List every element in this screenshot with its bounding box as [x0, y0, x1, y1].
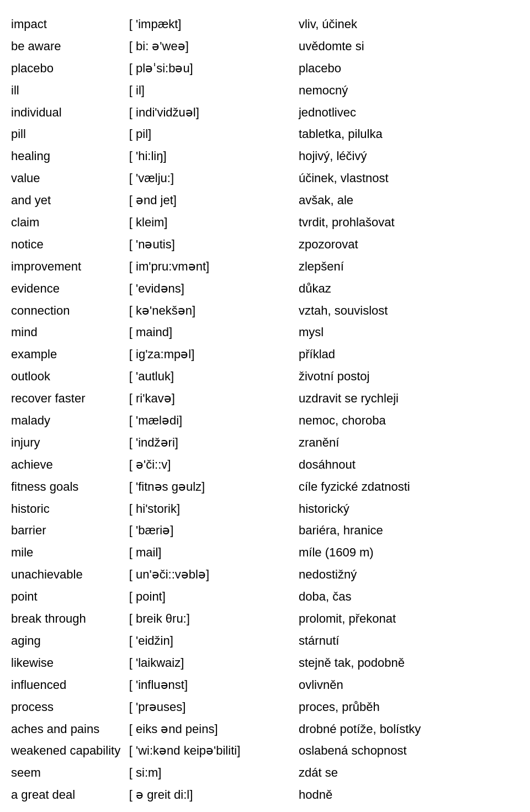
table-row: be aware[ bi: ə'weə]uvědomte si — [11, 35, 519, 57]
table-row: and yet[ ənd jet]avšak, ale — [11, 189, 519, 211]
translation-cell: zlepšení — [299, 256, 519, 278]
translation-cell: zdát se — [299, 762, 519, 784]
translation-cell: bariéra, hranice — [299, 519, 519, 542]
phonetic-cell: [ 'bæriə] — [129, 519, 299, 542]
word-cell: pill — [11, 123, 129, 145]
phonetic-cell: [ indi'vidžuəl] — [129, 102, 299, 124]
table-row: process[ 'prəuses]proces, průběh — [11, 696, 519, 718]
table-row: example[ ig'za:mpəl]příklad — [11, 343, 519, 365]
phonetic-cell: [ im'pru:vmənt] — [129, 256, 299, 278]
word-cell: healing — [11, 145, 129, 167]
translation-cell: placebo — [299, 57, 519, 79]
phonetic-cell: [ 'wi:kənd keipə'biliti] — [129, 740, 299, 762]
word-cell: individual — [11, 102, 129, 124]
translation-cell: hodně — [299, 784, 519, 806]
translation-cell: cíle fyzické zdatnosti — [299, 476, 519, 498]
phonetic-cell: [ 'laikwaiz] — [129, 652, 299, 674]
table-row: aches and pains[ eiks ənd peins]drobné p… — [11, 718, 519, 740]
word-cell: be aware — [11, 35, 129, 57]
word-cell: value — [11, 167, 129, 189]
table-row: likewise[ 'laikwaiz]stejně tak, podobně — [11, 652, 519, 674]
word-cell: claim — [11, 211, 129, 233]
table-row: ill[ il]nemocný — [11, 79, 519, 102]
table-row: healing[ 'hi:liŋ]hojivý, léčivý — [11, 145, 519, 167]
translation-cell: ovlivněn — [299, 674, 519, 696]
table-row: improvement[ im'pru:vmənt]zlepšení — [11, 256, 519, 278]
translation-cell: vliv, účinek — [299, 13, 519, 35]
phonetic-cell: [ il] — [129, 79, 299, 102]
translation-cell: vztah, souvislost — [299, 300, 519, 322]
table-row: individual[ indi'vidžuəl]jednotlivec — [11, 102, 519, 124]
word-cell: ill — [11, 79, 129, 102]
translation-cell: prolomit, překonat — [299, 608, 519, 630]
translation-cell: tvrdit, prohlašovat — [299, 211, 519, 233]
phonetic-cell: [ hi'storik] — [129, 498, 299, 520]
table-row: mind[ maind]mysl — [11, 321, 519, 343]
phonetic-cell: [ pləˈsi:bəu] — [129, 57, 299, 79]
vocabulary-table: impact[ 'impækt]vliv, účinekbe aware[ bi… — [11, 13, 519, 806]
table-row: mile[ mail]míle (1609 m) — [11, 542, 519, 564]
word-cell: and yet — [11, 189, 129, 211]
phonetic-cell: [ 'indžəri] — [129, 432, 299, 454]
table-row: point[ point]doba, čas — [11, 586, 519, 608]
translation-cell: míle (1609 m) — [299, 542, 519, 564]
phonetic-cell: [ 'eidžin] — [129, 630, 299, 652]
phonetic-cell: [ ə greit di:l] — [129, 784, 299, 806]
word-cell: achieve — [11, 454, 129, 476]
word-cell: connection — [11, 300, 129, 322]
translation-cell: důkaz — [299, 278, 519, 300]
phonetic-cell: [ 'fitnəs gəulz] — [129, 476, 299, 498]
translation-cell: drobné potíže, bolístky — [299, 718, 519, 740]
translation-cell: mysl — [299, 321, 519, 343]
phonetic-cell: [ un'əči::vəblə] — [129, 564, 299, 586]
word-cell: mind — [11, 321, 129, 343]
word-cell: impact — [11, 13, 129, 35]
translation-cell: uvědomte si — [299, 35, 519, 57]
table-row: historic[ hi'storik]historický — [11, 498, 519, 520]
translation-cell: nemoc, choroba — [299, 410, 519, 432]
word-cell: improvement — [11, 256, 129, 278]
phonetic-cell: [ 'mælədi] — [129, 410, 299, 432]
word-cell: recover faster — [11, 388, 129, 410]
word-cell: weakened capability — [11, 740, 129, 762]
table-row: recover faster[ ri'kavə]uzdravit se rych… — [11, 388, 519, 410]
table-row: claim[ kleim]tvrdit, prohlašovat — [11, 211, 519, 233]
phonetic-cell: [ 'impækt] — [129, 13, 299, 35]
table-row: connection[ kə'nekšən]vztah, souvislost — [11, 300, 519, 322]
translation-cell: jednotlivec — [299, 102, 519, 124]
word-cell: outlook — [11, 365, 129, 388]
translation-cell: zpozorovat — [299, 233, 519, 256]
phonetic-cell: [ mail] — [129, 542, 299, 564]
word-cell: likewise — [11, 652, 129, 674]
word-cell: injury — [11, 432, 129, 454]
word-cell: unachievable — [11, 564, 129, 586]
translation-cell: účinek, vlastnost — [299, 167, 519, 189]
table-row: value[ 'vælju:]účinek, vlastnost — [11, 167, 519, 189]
table-row: break through[ breik θru:]prolomit, přek… — [11, 608, 519, 630]
phonetic-cell: [ ənd jet] — [129, 189, 299, 211]
phonetic-cell: [ bi: ə'weə] — [129, 35, 299, 57]
translation-cell: stárnutí — [299, 630, 519, 652]
table-row: influenced[ 'influənst]ovlivněn — [11, 674, 519, 696]
word-cell: mile — [11, 542, 129, 564]
translation-cell: stejně tak, podobně — [299, 652, 519, 674]
translation-cell: tabletka, pilulka — [299, 123, 519, 145]
table-row: notice[ 'nəutis]zpozorovat — [11, 233, 519, 256]
word-cell: influenced — [11, 674, 129, 696]
table-row: weakened capability[ 'wi:kənd keipə'bili… — [11, 740, 519, 762]
translation-cell: historický — [299, 498, 519, 520]
phonetic-cell: [ ri'kavə] — [129, 388, 299, 410]
phonetic-cell: [ 'evidəns] — [129, 278, 299, 300]
table-row: pill[ pil]tabletka, pilulka — [11, 123, 519, 145]
word-cell: malady — [11, 410, 129, 432]
table-row: seem[ si:m]zdát se — [11, 762, 519, 784]
word-cell: historic — [11, 498, 129, 520]
translation-cell: proces, průběh — [299, 696, 519, 718]
word-cell: a great deal — [11, 784, 129, 806]
word-cell: aches and pains — [11, 718, 129, 740]
table-row: barrier[ 'bæriə]bariéra, hranice — [11, 519, 519, 542]
phonetic-cell: [ kleim] — [129, 211, 299, 233]
table-row: fitness goals[ 'fitnəs gəulz]cíle fyzick… — [11, 476, 519, 498]
phonetic-cell: [ kə'nekšən] — [129, 300, 299, 322]
word-cell: notice — [11, 233, 129, 256]
